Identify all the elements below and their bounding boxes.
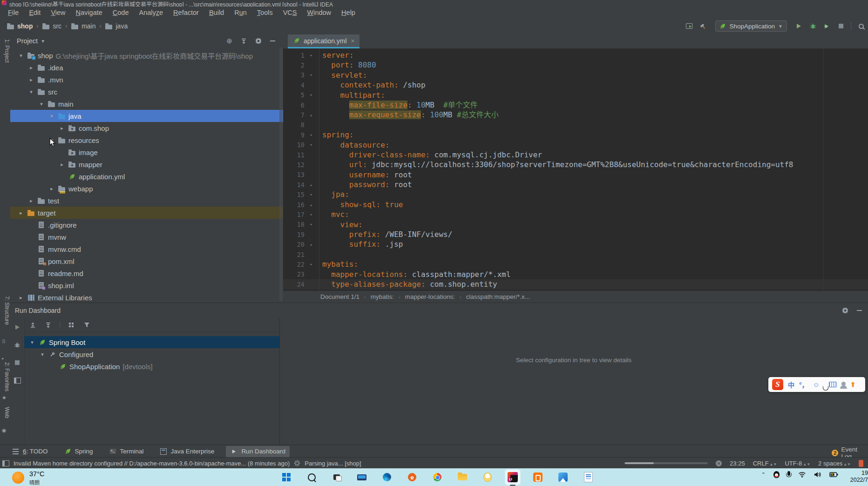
code-line[interactable]: max-request-size: 100MB #总文件大小 [322, 110, 793, 120]
tree-closed-arrow-icon[interactable]: ▸ [28, 77, 34, 83]
tree-row-resources[interactable]: ▾resources [10, 134, 283, 146]
code-line[interactable]: datasource: [322, 140, 793, 150]
menu-analyze[interactable]: Analyze [134, 7, 169, 18]
tree-row-com-shop[interactable]: ▸com.shop [10, 122, 283, 134]
stripe-button-web[interactable]: Web [0, 407, 10, 418]
tree-open-arrow-icon[interactable]: ▾ [29, 339, 35, 345]
tray-microphone[interactable] [787, 471, 790, 478]
code-line[interactable]: show-sql: true [322, 200, 793, 209]
code-line[interactable]: server: [322, 50, 793, 60]
code-line[interactable]: password: root [322, 180, 793, 189]
project-panel-title[interactable]: Project [17, 37, 38, 45]
run-configuration-select[interactable]: ShopApplication▼ [715, 20, 787, 32]
code-line[interactable] [322, 250, 793, 259]
tree-row-main[interactable]: ▾main [10, 98, 283, 110]
status-message[interactable]: Invalid Maven home directory configured … [14, 460, 290, 467]
tree-row-shop[interactable]: ▾shop G:\shejiing\基于java springboot在线彩妆商… [10, 49, 283, 61]
encoding-select[interactable]: UTF-8▲▼ [785, 460, 810, 467]
caret-position[interactable]: 23:25 [730, 460, 745, 467]
locate-icon[interactable]: ⊕ [225, 37, 233, 45]
sogou-ime-toolbar[interactable]: S 中 °， ☺ ⬆ [768, 377, 865, 392]
code-line[interactable]: mapper-locations: classpath:mapper/*.xml [322, 270, 793, 279]
weather-widget[interactable]: 37°C 晴朗 [12, 470, 44, 486]
collapse-all-icon[interactable] [44, 321, 52, 329]
fold-down-icon[interactable]: ▾ [305, 222, 318, 227]
tree-row-test[interactable]: ▸test [10, 195, 283, 207]
tree-closed-arrow-icon[interactable]: ▸ [59, 162, 65, 168]
fold-down-icon[interactable]: ▾ [305, 73, 318, 77]
run-icon[interactable] [795, 22, 803, 30]
tray-wifi[interactable] [798, 472, 806, 478]
fold-up-icon[interactable]: ▴ [305, 202, 318, 207]
code-line[interactable]: mvc: [322, 209, 793, 219]
toolwindow-button-spring[interactable]: Spring [60, 446, 97, 457]
editor-breadcrumb-item[interactable]: mybatis: [371, 293, 394, 300]
tree-row-shopapplication[interactable]: ShopApplication [devtools] [24, 360, 279, 372]
fold-up-icon[interactable]: ▴ [305, 242, 318, 247]
editor-breadcrumb-item[interactable]: Document 1/1 [320, 293, 359, 300]
tree-open-arrow-icon[interactable]: ▾ [38, 101, 45, 107]
code-line[interactable]: prefix: /WEB-INF/views/ [322, 230, 793, 239]
editor-breadcrumb-item[interactable]: classpath:mapper/*.x... [466, 293, 530, 300]
taskbar-app-this-pc[interactable] [354, 470, 369, 485]
menu-navigate[interactable]: Navigate [71, 7, 108, 18]
code-line[interactable]: suffix: .jsp [322, 239, 793, 249]
tray-volume[interactable] [814, 472, 821, 478]
fold-down-icon[interactable]: ▾ [305, 142, 318, 147]
tab-application-yml[interactable]: application.yml × [288, 34, 359, 48]
menu-help[interactable]: Help [336, 7, 360, 18]
code-line[interactable] [322, 120, 793, 130]
ime-user-icon[interactable] [841, 382, 846, 386]
services-grid-icon[interactable]: ⠿ [2, 339, 6, 345]
code-line[interactable]: multipart: [322, 90, 793, 100]
code-lines[interactable]: server: port: 8080 servlet: context-path… [322, 50, 793, 289]
breadcrumb-main[interactable]: main [71, 22, 95, 30]
build-hammer-icon[interactable] [699, 22, 707, 30]
ime-punctuation-icon[interactable]: °， [799, 380, 808, 389]
stop-icon[interactable] [14, 359, 21, 366]
breadcrumb-java[interactable]: java [105, 22, 128, 30]
ime-keyboard-icon[interactable] [829, 382, 837, 387]
tree-row-target[interactable]: ▸target [10, 207, 283, 219]
tree-closed-arrow-icon[interactable]: ▸ [28, 65, 34, 71]
editor-breadcrumb-item[interactable]: mapper-locations: [405, 293, 455, 300]
code-line[interactable]: driver-class-name: com.mysql.cj.jdbc.Dri… [322, 150, 793, 160]
filter-icon[interactable] [83, 321, 91, 329]
tree-open-arrow-icon[interactable]: ▾ [28, 89, 34, 95]
close-icon[interactable]: × [351, 37, 355, 45]
code-editor[interactable]: 1▾23▾45▾67▴89▾10▾11121314▴15▾16▴17▾18▾19… [283, 48, 868, 291]
ime-language-mode[interactable]: 中 [788, 380, 794, 389]
code-line[interactable]: mybatis: [322, 259, 793, 269]
favorites-star-icon[interactable]: ★ [2, 395, 7, 401]
editor-gutter[interactable]: 1▾23▾45▾67▴89▾10▾11121314▴15▾16▴17▾18▾19… [283, 50, 319, 289]
tree-open-arrow-icon[interactable]: ▾ [48, 113, 55, 119]
taskbar-app-internet-e[interactable]: e [405, 470, 420, 485]
menu-build[interactable]: Build [204, 7, 229, 18]
menu-edit[interactable]: Edit [24, 7, 46, 18]
tree-row-application-yml[interactable]: application.yml [10, 170, 283, 182]
code-line[interactable]: max-file-size: 10MB #单个文件 [322, 100, 793, 110]
menu-vcs[interactable]: VCS [278, 7, 302, 18]
tree-row-src[interactable]: ▾src [10, 86, 283, 98]
taskbar-clock[interactable]: 19 2022/7 [843, 470, 868, 484]
code-line[interactable]: port: 8080 [322, 60, 793, 70]
tool-window-toggle-icon[interactable] [2, 460, 9, 466]
run-gray-icon[interactable] [14, 324, 21, 331]
tree-row-spring-boot[interactable]: ▾Spring Boot [24, 336, 279, 348]
toolwindow-button-terminal[interactable]: Terminal [105, 446, 148, 457]
web-circle-icon[interactable]: ◉ [2, 427, 7, 433]
settings-gear-icon[interactable] [841, 307, 849, 314]
stripe-button--project[interactable]: 1: Project [0, 39, 10, 63]
tree-closed-arrow-icon[interactable]: ▸ [59, 125, 65, 131]
window-icon[interactable] [14, 377, 21, 384]
taskbar-app-photos[interactable] [556, 470, 570, 485]
fold-down-icon[interactable]: ▾ [305, 133, 318, 137]
fold-up-icon[interactable]: ▴ [305, 182, 318, 187]
chevron-down-icon[interactable]: ▼ [41, 39, 45, 44]
tree-row-external-libraries[interactable]: ▸External Libraries [10, 291, 283, 303]
menu-tools[interactable]: Tools [252, 7, 278, 18]
code-line[interactable]: context-path: /shop [322, 80, 793, 90]
taskbar-app-windows-start[interactable] [279, 470, 294, 485]
tree-open-arrow-icon[interactable]: ▾ [18, 53, 24, 59]
taskbar-app-intellij-idea[interactable] [505, 470, 520, 485]
